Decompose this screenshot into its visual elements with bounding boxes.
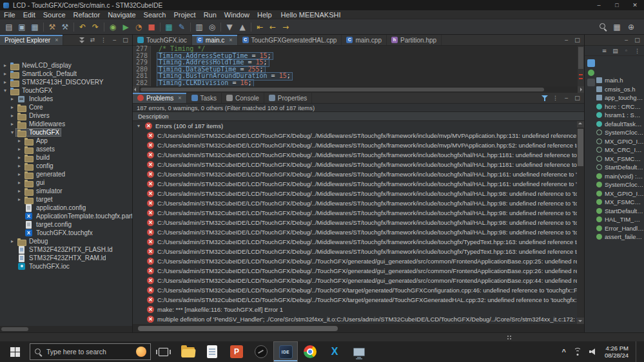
scrollbar-thumb[interactable] xyxy=(578,129,583,166)
collapsed-arrow-icon[interactable]: ▸ xyxy=(2,62,8,68)
outline-item[interactable]: StartDefaultTask(void*) : void xyxy=(596,163,644,172)
green-dot-icon[interactable] xyxy=(588,70,594,76)
expanded-arrow-icon[interactable]: ▾ xyxy=(2,88,8,93)
scroll-up-icon[interactable] xyxy=(577,121,584,128)
dark-app-taskbar-button[interactable] xyxy=(249,341,273,362)
problem-row[interactable]: ×C:/Users/admin/STM32CubeIDE/LCD/TouchGF… xyxy=(133,285,577,295)
outline-item[interactable]: defaultTaskHandle : osThreadId_t xyxy=(596,120,644,129)
hide-static-icon[interactable]: ◦ xyxy=(621,46,631,55)
collapsed-arrow-icon[interactable]: ▸ xyxy=(9,96,15,102)
expanded-arrow-icon[interactable]: ▾ xyxy=(9,129,15,135)
tree-item[interactable]: ▸Drivers xyxy=(0,111,132,120)
open-perspective-icon[interactable]: ⊕ xyxy=(625,21,638,33)
collapsed-arrow-icon[interactable]: ▸ xyxy=(16,163,23,169)
tree-item[interactable]: ▸simulator xyxy=(0,187,132,195)
minimize-view-icon[interactable]: ‒ xyxy=(621,35,631,44)
tree-item[interactable]: STM32F423ZHTX_RAM.ld xyxy=(0,254,132,262)
programmer-icon[interactable]: ✎ xyxy=(175,21,188,33)
build-all-icon[interactable]: ⚒ xyxy=(59,21,72,33)
outline-item[interactable]: HAL_TIM_PeriodElapsedCallback xyxy=(596,215,644,224)
collapsed-arrow-icon[interactable]: ▸ xyxy=(2,71,8,77)
outline-item[interactable]: MX_FSMC_Init(void) : void xyxy=(596,198,644,207)
save-icon[interactable]: ▣ xyxy=(15,21,28,33)
volume-icon[interactable] xyxy=(589,348,598,356)
view-menu-icon[interactable]: ⋮ xyxy=(99,35,108,44)
editor-tab-main.c[interactable]: Cmain.c× xyxy=(192,35,238,45)
debug-icon[interactable]: ◉ xyxy=(106,21,119,33)
outline-item[interactable]: hsram1 : SRAM_HandleTypeDef xyxy=(596,111,644,120)
tree-item[interactable]: ▸Includes xyxy=(0,95,132,103)
tree-item[interactable]: application.config xyxy=(0,204,132,212)
view-tab-problems[interactable]: Problems× xyxy=(133,93,187,103)
redo-icon[interactable]: ↷ xyxy=(89,21,102,33)
tree-item[interactable]: ▾TouchGFX xyxy=(0,128,132,137)
problem-row[interactable]: ×C:/Users/admin/STM32CubeIDE/LCD/TouchGF… xyxy=(133,247,577,256)
tab-close-icon[interactable]: × xyxy=(55,37,58,43)
new-wizard-icon[interactable]: ▤ xyxy=(3,21,15,33)
scroll-down-icon[interactable] xyxy=(577,318,584,324)
resize-grip[interactable] xyxy=(507,335,512,340)
editor-hscrollbar[interactable] xyxy=(133,86,584,93)
problem-row[interactable]: ×C:/Users/admin/STM32CubeIDE/LCD/TouchGF… xyxy=(133,218,577,227)
outline-item[interactable]: assert_failed(uint8_t*, uint32_t) xyxy=(596,233,644,242)
save-all-icon[interactable]: ▦ xyxy=(28,21,41,33)
outline-item[interactable]: cmsis_os.h xyxy=(596,85,644,94)
stop-icon[interactable]: ■ xyxy=(145,21,158,33)
outline-item[interactable]: SystemClock_Config(void) : void xyxy=(596,128,644,137)
tree-item[interactable]: ▸STM32F413H_DISCOVERY xyxy=(0,78,132,86)
tree-item[interactable]: ▸target xyxy=(0,195,132,204)
scroll-right-icon[interactable] xyxy=(578,86,584,93)
tree-item[interactable]: TouchGFX.touchgfx xyxy=(0,229,132,237)
tree-item[interactable]: ▸build xyxy=(0,153,132,162)
task-view-taskbar-button[interactable] xyxy=(151,341,175,362)
problem-row[interactable]: ×C:/Users/admin/STM32CubeIDE/LCD/TouchGF… xyxy=(133,198,577,208)
menu-item-refactor[interactable]: Refactor xyxy=(70,11,104,19)
collapsed-arrow-icon[interactable]: ▸ xyxy=(16,138,23,144)
tab-close-icon[interactable]: × xyxy=(229,37,232,43)
tree-item[interactable]: ▸NewLCD_display xyxy=(0,61,132,70)
problem-row[interactable]: ×C:/Users/admin/STM32CubeIDE/LCD/TouchGF… xyxy=(133,256,577,266)
forward-icon[interactable]: → xyxy=(279,21,292,33)
tree-item[interactable]: ▾TouchGFX xyxy=(0,86,132,95)
tree-item[interactable]: ApplicationTemplate.touchgfx.part xyxy=(0,212,132,220)
problem-row[interactable]: ×C:/Users/admin/STM32CubeIDE/LCD/TouchGF… xyxy=(133,208,577,218)
scroll-left-icon[interactable] xyxy=(133,86,139,93)
scrollbar-track[interactable] xyxy=(139,86,578,93)
tree-item[interactable]: ▸generated xyxy=(0,170,132,178)
editor-tab-TouchGFXGeneratedHAL.cpp[interactable]: CTouchGFXGeneratedHAL.cpp xyxy=(238,35,342,45)
view-tab-console[interactable]: Console xyxy=(222,93,264,103)
menu-item-window[interactable]: Window xyxy=(220,11,253,19)
back-icon[interactable]: ← xyxy=(266,21,279,33)
open-element-icon[interactable]: ◎ xyxy=(206,21,219,33)
new-source-file-icon[interactable]: ▥ xyxy=(193,21,206,33)
collapsed-arrow-icon[interactable]: ▸ xyxy=(16,146,23,152)
editor-vscrollbar[interactable] xyxy=(578,46,584,86)
outline-item[interactable]: MX_GPIO_Init(void) : void xyxy=(596,137,644,146)
maximize-view-icon[interactable]: □ xyxy=(572,35,582,44)
taskbar-clock[interactable]: 4:26 PM 08/28/24 xyxy=(605,345,629,359)
project-tree-hscrollbar[interactable] xyxy=(0,326,132,332)
editor-tab-TouchGFX.ioc[interactable]: TouchGFX.ioc xyxy=(133,35,192,45)
scrollbar-thumb[interactable] xyxy=(1,327,28,331)
problem-row[interactable]: ×C:/Users/admin/STM32CubeIDE/LCD/TouchGF… xyxy=(133,150,577,160)
problem-row[interactable]: ×C:/Users/admin/STM32CubeIDE/LCD/TouchGF… xyxy=(133,131,577,140)
tab-close-icon[interactable]: × xyxy=(178,95,181,101)
collapsed-arrow-icon[interactable]: ▸ xyxy=(2,79,8,85)
collapse-all-icon[interactable] xyxy=(77,35,86,44)
menu-item-edit[interactable]: Edit xyxy=(19,11,39,19)
code-editor[interactable]: 277278279280281282 /* Timing */Timing.Ad… xyxy=(133,46,584,86)
minimize-view-icon[interactable]: ‒ xyxy=(561,93,571,102)
problem-row[interactable]: ×C:/Users/admin/STM32CubeIDE/LCD/TouchGF… xyxy=(133,179,577,189)
tree-item[interactable]: ▸SmartLock_Default xyxy=(0,70,132,78)
tab-project-explorer[interactable]: Project Explorer × xyxy=(0,35,63,45)
problem-row[interactable]: ×make: *** [makefile:116: TouchGFX.elf] … xyxy=(133,305,577,314)
outline-item[interactable]: hcrc : CRC_HandleTypeDef xyxy=(596,102,644,111)
document-taskbar-button[interactable] xyxy=(200,341,224,362)
outline-item[interactable]: app_touchgfx.h xyxy=(596,93,644,102)
run-icon[interactable]: ▶ xyxy=(119,21,132,33)
sort-icon[interactable]: ≡ xyxy=(600,46,609,55)
start-button[interactable] xyxy=(0,341,30,362)
menu-item-source[interactable]: Source xyxy=(39,11,70,19)
tree-item[interactable]: ▸Debug xyxy=(0,237,132,245)
problems-hscrollbar[interactable] xyxy=(133,324,584,332)
